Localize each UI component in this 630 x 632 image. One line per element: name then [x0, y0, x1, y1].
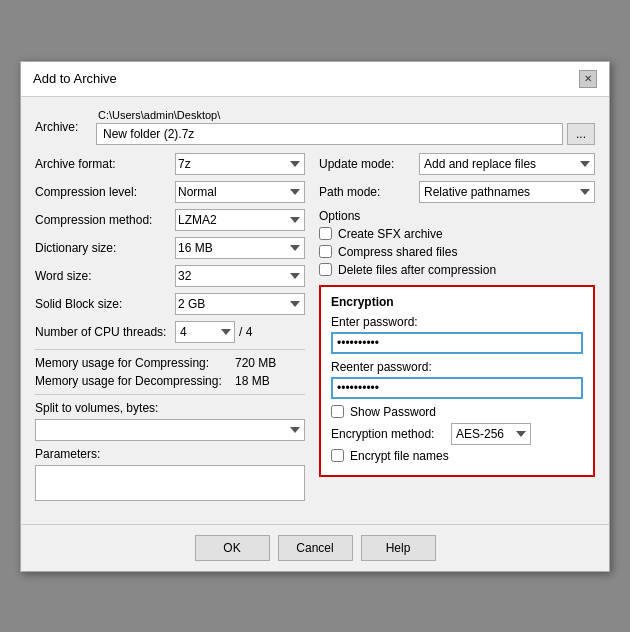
- compression-method-label: Compression method:: [35, 213, 175, 227]
- reenter-password-input[interactable]: [331, 377, 583, 399]
- encrypt-names-label[interactable]: Encrypt file names: [350, 449, 449, 463]
- delete-files-row: Delete files after compression: [319, 263, 595, 277]
- close-button[interactable]: ✕: [579, 70, 597, 88]
- memory-decompress-label: Memory usage for Decompressing:: [35, 374, 235, 388]
- reenter-password-label: Reenter password:: [331, 360, 583, 374]
- compression-level-select[interactable]: Normal: [175, 181, 305, 203]
- archive-format-label: Archive format:: [35, 157, 175, 171]
- solid-block-label: Solid Block size:: [35, 297, 175, 311]
- delete-files-label[interactable]: Delete files after compression: [338, 263, 496, 277]
- main-grid: Archive format: 7z Compression level: No…: [35, 153, 595, 504]
- archive-row: Archive: C:\Users\admin\Desktop\ ...: [35, 109, 595, 145]
- word-size-row: Word size: 32: [35, 265, 305, 287]
- path-mode-row: Path mode: Relative pathnames: [319, 181, 595, 203]
- archive-format-select[interactable]: 7z: [175, 153, 305, 175]
- memory-compress-label: Memory usage for Compressing:: [35, 356, 235, 370]
- memory-compress-value: 720 MB: [235, 356, 276, 370]
- dialog-title: Add to Archive: [33, 71, 117, 86]
- options-label: Options: [319, 209, 595, 223]
- help-button[interactable]: Help: [361, 535, 436, 561]
- update-mode-select[interactable]: Add and replace files: [419, 153, 595, 175]
- enter-password-input[interactable]: [331, 332, 583, 354]
- archive-filename-input[interactable]: [96, 123, 563, 145]
- show-password-checkbox[interactable]: [331, 405, 344, 418]
- create-sfx-label[interactable]: Create SFX archive: [338, 227, 443, 241]
- compression-level-row: Compression level: Normal: [35, 181, 305, 203]
- left-column: Archive format: 7z Compression level: No…: [35, 153, 305, 504]
- solid-block-row: Solid Block size: 2 GB: [35, 293, 305, 315]
- dialog-content: Archive: C:\Users\admin\Desktop\ ... Arc…: [21, 97, 609, 516]
- cpu-threads-label: Number of CPU threads:: [35, 325, 175, 339]
- encryption-method-select[interactable]: AES-256: [451, 423, 531, 445]
- compress-shared-row: Compress shared files: [319, 245, 595, 259]
- cpu-threads-row: Number of CPU threads: 4 / 4: [35, 321, 305, 343]
- params-input[interactable]: [35, 465, 305, 501]
- dialog-footer: OK Cancel Help: [21, 524, 609, 571]
- dictionary-size-label: Dictionary size:: [35, 241, 175, 255]
- compression-method-row: Compression method: LZMA2: [35, 209, 305, 231]
- encrypt-names-row: Encrypt file names: [331, 449, 583, 463]
- enter-password-label: Enter password:: [331, 315, 583, 329]
- cancel-button[interactable]: Cancel: [278, 535, 353, 561]
- archive-field-col: C:\Users\admin\Desktop\ ...: [96, 109, 595, 145]
- encryption-method-row: Encryption method: AES-256: [331, 423, 583, 445]
- create-sfx-checkbox[interactable]: [319, 227, 332, 240]
- create-sfx-row: Create SFX archive: [319, 227, 595, 241]
- show-password-row: Show Password: [331, 405, 583, 419]
- memory-decompress-row: Memory usage for Decompressing: 18 MB: [35, 374, 305, 388]
- compression-method-select[interactable]: LZMA2: [175, 209, 305, 231]
- encryption-title: Encryption: [331, 295, 583, 309]
- cpu-threads-suffix: / 4: [239, 325, 252, 339]
- split-input[interactable]: [35, 419, 305, 441]
- archive-field-wrap: ...: [96, 123, 595, 145]
- archive-label: Archive:: [35, 120, 90, 134]
- delete-files-checkbox[interactable]: [319, 263, 332, 276]
- update-mode-row: Update mode: Add and replace files: [319, 153, 595, 175]
- dictionary-size-select[interactable]: 16 MB: [175, 237, 305, 259]
- title-bar: Add to Archive ✕: [21, 62, 609, 97]
- archive-format-row: Archive format: 7z: [35, 153, 305, 175]
- encrypt-names-checkbox[interactable]: [331, 449, 344, 462]
- path-mode-label: Path mode:: [319, 185, 419, 199]
- cpu-threads-select[interactable]: 4: [175, 321, 235, 343]
- show-password-label[interactable]: Show Password: [350, 405, 436, 419]
- ok-button[interactable]: OK: [195, 535, 270, 561]
- split-label: Split to volumes, bytes:: [35, 401, 305, 415]
- word-size-label: Word size:: [35, 269, 175, 283]
- encryption-method-label: Encryption method:: [331, 427, 451, 441]
- compress-shared-checkbox[interactable]: [319, 245, 332, 258]
- update-mode-label: Update mode:: [319, 157, 419, 171]
- params-label: Parameters:: [35, 447, 305, 461]
- memory-compress-row: Memory usage for Compressing: 720 MB: [35, 356, 305, 370]
- path-mode-select[interactable]: Relative pathnames: [419, 181, 595, 203]
- word-size-select[interactable]: 32: [175, 265, 305, 287]
- encryption-section: Encryption Enter password: Reenter passw…: [319, 285, 595, 477]
- browse-button[interactable]: ...: [567, 123, 595, 145]
- solid-block-select[interactable]: 2 GB: [175, 293, 305, 315]
- dictionary-size-row: Dictionary size: 16 MB: [35, 237, 305, 259]
- compress-shared-label[interactable]: Compress shared files: [338, 245, 457, 259]
- memory-decompress-value: 18 MB: [235, 374, 270, 388]
- right-column: Update mode: Add and replace files Path …: [319, 153, 595, 504]
- compression-level-label: Compression level:: [35, 185, 175, 199]
- archive-path-display: C:\Users\admin\Desktop\: [98, 109, 595, 121]
- add-to-archive-dialog: Add to Archive ✕ Archive: C:\Users\admin…: [20, 61, 610, 572]
